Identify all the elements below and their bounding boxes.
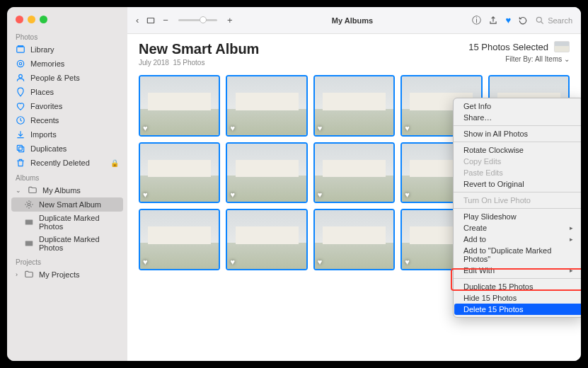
sidebar-item-my-projects[interactable]: › My Projects: [7, 268, 127, 282]
photo-thumbnail[interactable]: ♥: [226, 142, 307, 204]
maximize-window-button[interactable]: [40, 16, 47, 23]
chevron-right-icon: ▸: [570, 267, 573, 274]
svg-point-2: [17, 60, 23, 67]
trash-icon: [16, 158, 25, 168]
sidebar-item-recents[interactable]: Recents: [7, 113, 127, 127]
ctx-rotate[interactable]: Rotate Clockwise: [454, 144, 581, 156]
photo-thumbnail[interactable]: ♥: [313, 142, 395, 204]
favorite-badge-icon: ♥: [230, 258, 235, 266]
photo-thumbnail[interactable]: ♥: [313, 209, 395, 270]
search-field[interactable]: Search: [535, 16, 572, 25]
ctx-paste-edits: Paste Edits: [454, 167, 581, 178]
selection-status: 15 Photos Selected: [468, 41, 570, 52]
album-thumb-icon: [24, 238, 34, 248]
info-icon[interactable]: ⓘ: [472, 14, 481, 27]
photo-thumbnail[interactable]: ♥: [226, 209, 307, 270]
sidebar-item-recently-deleted[interactable]: Recently Deleted 🔒: [7, 156, 127, 170]
svg-rect-7: [19, 147, 24, 152]
library-icon: [16, 45, 25, 54]
sidebar-item-my-albums[interactable]: ⌄ My Albums: [7, 183, 127, 197]
ctx-revert[interactable]: Revert to Original: [454, 178, 581, 190]
section-photos: Photos: [7, 29, 127, 42]
chevron-right-icon: ›: [16, 271, 18, 278]
memories-icon: [16, 59, 25, 69]
photo-thumbnail[interactable]: ♥: [313, 75, 395, 137]
ctx-live-photo: Turn On Live Photo: [454, 195, 581, 206]
sidebar-item-places[interactable]: Places: [7, 85, 127, 99]
close-window-button[interactable]: [16, 16, 23, 23]
gear-icon: [24, 200, 34, 209]
ctx-edit-with[interactable]: Edit With▸: [454, 265, 581, 276]
favorite-badge-icon: ♥: [405, 258, 410, 266]
sidebar-item-library[interactable]: Library: [7, 42, 127, 57]
sidebar-item-dup-marked-2[interactable]: Duplicate Marked Photos: [7, 233, 127, 254]
folder-icon: [28, 185, 38, 195]
sidebar-item-favorites[interactable]: Favorites: [7, 99, 127, 113]
share-icon[interactable]: [488, 16, 498, 25]
people-icon: [16, 73, 25, 83]
favorite-badge-icon: ♥: [405, 124, 410, 132]
sidebar-item-people[interactable]: People & Pets: [7, 71, 127, 85]
favorite-badge-icon: ♥: [143, 124, 148, 132]
favorite-badge-icon: ♥: [230, 190, 235, 199]
photo-thumbnail[interactable]: ♥: [139, 75, 220, 137]
ctx-hide[interactable]: Hide 15 Photos: [454, 292, 581, 304]
favorite-icon[interactable]: ♥: [505, 15, 511, 25]
album-title: New Smart Album: [139, 41, 259, 57]
folder-icon: [24, 270, 34, 280]
svg-rect-1: [18, 46, 23, 47]
favorite-badge-icon: ♥: [318, 190, 323, 199]
ctx-share[interactable]: Share…: [454, 112, 581, 123]
ctx-slideshow[interactable]: Play Slideshow: [454, 211, 581, 222]
ctx-add-to-album[interactable]: Add to "Duplicate Marked Photos": [454, 245, 581, 265]
rotate-icon[interactable]: [518, 16, 528, 25]
main-content: ‹ − + My Albums ⓘ ♥ Search New Smart Alb…: [127, 7, 581, 361]
svg-point-12: [536, 17, 541, 22]
chevron-down-icon: ⌄: [564, 55, 570, 63]
ctx-add-to[interactable]: Add to▸: [454, 234, 581, 245]
section-projects: Projects: [7, 254, 127, 268]
app-window: Photos Library Memories People & Pets Pl…: [7, 7, 581, 361]
download-icon: [16, 130, 25, 139]
sidebar-item-memories[interactable]: Memories: [7, 57, 127, 71]
photo-thumbnail[interactable]: ♥: [139, 142, 220, 204]
sidebar-item-duplicates[interactable]: Duplicates: [7, 142, 127, 156]
zoom-slider[interactable]: [178, 19, 217, 21]
sidebar-item-imports[interactable]: Imports: [7, 127, 127, 142]
filter-dropdown[interactable]: Filter By: All Items ⌄: [468, 55, 570, 63]
favorite-badge-icon: ♥: [143, 258, 148, 266]
content-header: New Smart Album July 2018 15 Photos 15 P…: [127, 34, 581, 71]
svg-point-3: [19, 62, 22, 65]
chevron-down-icon: ⌄: [16, 187, 21, 194]
sidebar-item-new-smart-album[interactable]: New Smart Album: [11, 197, 123, 212]
favorite-badge-icon: ♥: [230, 124, 235, 132]
ctx-delete[interactable]: Delete 15 Photos: [454, 304, 581, 315]
section-albums: Albums: [7, 170, 127, 183]
ctx-create[interactable]: Create▸: [454, 222, 581, 234]
album-subtitle: July 2018 15 Photos: [139, 59, 259, 67]
sidebar-item-dup-marked-1[interactable]: Duplicate Marked Photos: [7, 212, 127, 233]
clock-icon: [16, 115, 25, 125]
svg-rect-9: [25, 220, 33, 225]
favorite-badge-icon: ♥: [318, 258, 323, 266]
zoom-out-icon[interactable]: −: [163, 15, 168, 25]
svg-rect-6: [17, 145, 22, 150]
minimize-window-button[interactable]: [28, 16, 35, 23]
aspect-icon[interactable]: [146, 16, 156, 25]
zoom-in-icon[interactable]: +: [227, 15, 233, 25]
back-button[interactable]: ‹: [136, 15, 139, 25]
favorite-badge-icon: ♥: [318, 124, 323, 132]
album-thumb-icon: [24, 217, 34, 227]
chevron-right-icon: ▸: [570, 224, 573, 231]
svg-rect-11: [148, 18, 154, 23]
ctx-show-all[interactable]: Show in All Photos: [454, 128, 581, 139]
ctx-get-info[interactable]: Get Info: [454, 100, 581, 112]
heart-icon: [16, 101, 25, 111]
search-icon: [535, 16, 545, 25]
favorite-badge-icon: ♥: [143, 190, 148, 199]
ctx-duplicate[interactable]: Duplicate 15 Photos: [454, 281, 581, 292]
toolbar-title: My Albums: [332, 16, 373, 25]
photo-thumbnail[interactable]: ♥: [226, 75, 307, 137]
favorite-badge-icon: ♥: [405, 190, 410, 199]
photo-thumbnail[interactable]: ♥: [139, 209, 220, 270]
